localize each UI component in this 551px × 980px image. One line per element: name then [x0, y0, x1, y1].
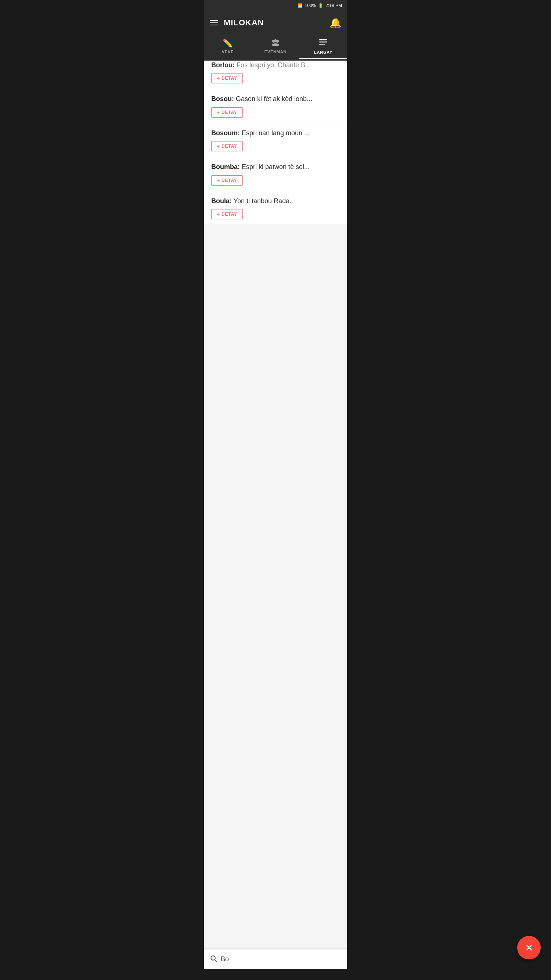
boumba-term: Boumba:	[211, 163, 240, 170]
tab-veve-label: VÈVÈ	[222, 49, 234, 54]
borlou-detay-label: DETAY	[221, 76, 237, 81]
tab-veve[interactable]: ✏️ VÈVÈ	[204, 35, 252, 58]
tab-langay-label: LANGAY	[314, 50, 332, 54]
hamburger-menu-button[interactable]	[210, 20, 218, 25]
boumba-detay-button[interactable]: + DETAY	[211, 175, 243, 186]
svg-line-8	[215, 960, 217, 962]
bosou-term: Bosou:	[211, 95, 234, 102]
bottom-nav-area	[204, 969, 347, 980]
boula-desc: Yon ti tanbou Rada.	[233, 197, 291, 205]
battery-text: 100%	[305, 3, 316, 8]
boula-detay-button[interactable]: + DETAY	[211, 209, 243, 220]
bosou-detay-button[interactable]: + DETAY	[211, 107, 243, 118]
list-item-bosou: Bosou: Gason ki fèt ak kòd lonb... + DET…	[204, 88, 347, 122]
bosoum-term: Bosoum:	[211, 129, 240, 137]
list-item-borlou: Borlou: Fos lespri yo. Chante B... + DET…	[204, 61, 347, 88]
bosoum-desc: Espri nan lang moun ...	[242, 129, 310, 137]
notification-bell-icon[interactable]: 🔔	[330, 17, 341, 29]
boumba-desc: Espri ki patwon tè sel...	[242, 163, 310, 170]
svg-point-2	[274, 39, 277, 42]
borlou-term: Borlou:	[211, 61, 235, 69]
toolbar-left: MILOKAN	[210, 18, 264, 27]
time-text: 2:18 PM	[326, 3, 342, 8]
boula-title: Boula: Yon ti tanbou Rada.	[211, 197, 340, 205]
search-bar	[204, 950, 347, 969]
evenman-icon	[271, 38, 280, 48]
bosou-detay-label: DETAY	[221, 110, 237, 115]
borlou-detay-button[interactable]: + DETAY	[211, 73, 243, 83]
tab-langay[interactable]: LANGAY	[299, 35, 347, 59]
boula-term: Boula:	[211, 197, 232, 205]
veve-icon: ✏️	[222, 38, 233, 48]
bosoum-title: Bosoum: Espri nan lang moun ...	[211, 129, 340, 137]
langay-icon	[319, 38, 328, 48]
bosou-title: Bosou: Gason ki fèt ak kòd lonb...	[211, 95, 340, 103]
status-bar: 📶 100% 🔋 2:18 PM	[204, 0, 347, 11]
signal-icon: 📶	[297, 3, 303, 8]
main-content: Borlou: Fos lespri yo. Chante B... + DET…	[204, 61, 347, 950]
svg-rect-5	[319, 41, 327, 43]
search-input[interactable]	[221, 955, 341, 963]
boula-detay-label: DETAY	[221, 212, 237, 217]
list-item-boula: Boula: Yon ti tanbou Rada. + DETAY	[204, 190, 347, 224]
search-icon	[210, 955, 217, 964]
tab-evenman[interactable]: EVÈNMAN	[252, 35, 299, 58]
svg-rect-6	[319, 44, 325, 45]
tab-evenman-label: EVÈNMAN	[265, 49, 287, 54]
list-item-boumba: Boumba: Espri ki patwon tè sel... + DETA…	[204, 156, 347, 190]
bosou-desc: Gason ki fèt ak kòd lonb...	[236, 95, 312, 102]
toolbar: MILOKAN 🔔	[204, 11, 347, 35]
svg-rect-4	[319, 39, 327, 40]
tab-bar: ✏️ VÈVÈ EVÈNMAN LANGAY	[204, 35, 347, 61]
app-title: MILOKAN	[224, 18, 264, 27]
battery-icon: 🔋	[318, 3, 323, 8]
list-item-bosoum: Bosoum: Espri nan lang moun ... + DETAY	[204, 123, 347, 156]
bosoum-detay-label: DETAY	[221, 144, 237, 149]
boumba-title: Boumba: Espri ki patwon tè sel...	[211, 163, 340, 171]
boumba-detay-label: DETAY	[221, 178, 237, 183]
bosoum-detay-button[interactable]: + DETAY	[211, 141, 243, 151]
borlou-desc: Fos lespri yo. Chante B...	[237, 61, 311, 69]
svg-point-3	[272, 43, 279, 46]
borlou-title: Borlou: Fos lespri yo. Chante B...	[211, 61, 340, 70]
